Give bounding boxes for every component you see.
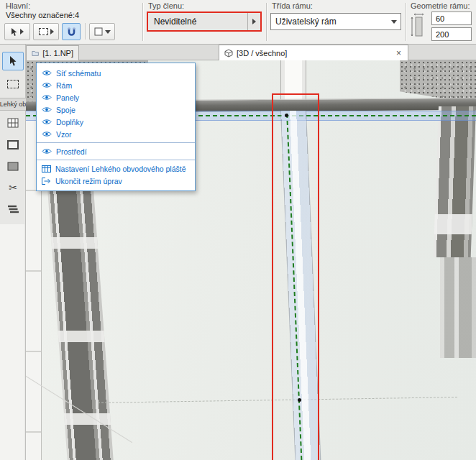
- layer-label: Vzor: [56, 130, 72, 139]
- layer-label: Spoje: [56, 106, 75, 114]
- toolbar-divider: [266, 3, 267, 41]
- layer-label: Prostředí: [56, 147, 87, 156]
- right-transom-band: [434, 214, 472, 234]
- cube-icon: [224, 49, 233, 58]
- frame-class-combobox[interactable]: Uživatelský rám: [270, 13, 401, 30]
- select-tool-button[interactable]: [2, 52, 24, 70]
- left-transom-band: [58, 331, 104, 342]
- panel-separator: [37, 160, 195, 160]
- magnet-icon: [66, 27, 77, 37]
- layer-toggle-item[interactable]: Vzor: [37, 128, 195, 140]
- settings-table-icon: [42, 165, 51, 172]
- scissors-icon: ✂: [9, 183, 17, 193]
- frame-depth-field[interactable]: [431, 27, 472, 41]
- layer-toggle-item[interactable]: Spoje: [37, 104, 195, 116]
- eye-icon: [42, 119, 52, 125]
- tab-3d-view[interactable]: [3D / všechno] ×: [219, 45, 408, 60]
- panel-tool-button[interactable]: [2, 157, 24, 175]
- magnet-toggle-button[interactable]: [62, 23, 81, 40]
- grid-icon: [7, 118, 19, 128]
- right-wall-lower: [440, 257, 476, 358]
- menu-item-label: Nastavení Lehkého obvodového pláště: [55, 165, 186, 173]
- flyout-arrow-icon: [20, 29, 24, 34]
- eye-icon: [42, 94, 52, 101]
- dropdown-arrow-icon: [105, 30, 111, 34]
- panel-shape-button[interactable]: [89, 23, 115, 40]
- layers-icon: [7, 204, 19, 214]
- cursor-icon: [11, 27, 18, 37]
- toolbar-divider: [142, 3, 143, 41]
- marquee-tool-button[interactable]: [2, 75, 24, 93]
- frame-geometry-label: Geometrie rámu:: [411, 1, 470, 10]
- flyout-arrow-icon: [252, 19, 256, 24]
- eye-icon: [42, 82, 52, 88]
- layer-toggle-item[interactable]: Prostředí: [37, 145, 195, 157]
- eye-icon: [42, 131, 52, 137]
- panel-item-exit[interactable]: Ukončit režim úprav: [37, 175, 195, 187]
- flyout-arrow-icon: [50, 29, 54, 34]
- layer-toggle-item[interactable]: Doplňky: [37, 116, 195, 128]
- scheme-grid-tool-button[interactable]: [2, 114, 24, 132]
- left-tool-palette: Lehký ob ✂: [0, 45, 26, 460]
- cursor-icon: [9, 55, 17, 67]
- frame-icon: [7, 140, 19, 150]
- marquee-tools-button[interactable]: [33, 23, 59, 40]
- eye-icon: [42, 70, 52, 76]
- folder-icon: [32, 50, 39, 57]
- palette-caption: Lehký ob: [0, 98, 26, 111]
- marquee-icon: [39, 28, 48, 35]
- layer-toggle-item[interactable]: Panely: [37, 91, 195, 104]
- square-icon: [94, 27, 103, 36]
- member-type-flyout[interactable]: [247, 13, 260, 30]
- menu-item-label: Ukončit režim úprav: [55, 177, 122, 185]
- panel-icon: [7, 162, 19, 171]
- left-transom-band: [51, 237, 98, 249]
- junction-tool-button[interactable]: ✂: [2, 178, 24, 197]
- panel-item-settings[interactable]: Nastavení Lehkého obvodového pláště: [37, 162, 195, 175]
- member-type-dropdown[interactable]: Neviditelné: [147, 12, 262, 32]
- right-wall-structure: [434, 106, 476, 257]
- tab-close-button[interactable]: ×: [395, 49, 403, 58]
- tab-floor-plan[interactable]: [1. 1.NP]: [26, 45, 79, 60]
- layer-label: Rám: [56, 81, 72, 90]
- curtain-wall-display-panel: Síť schématu Rám Panely Spoje Doplňky Vz…: [36, 63, 196, 191]
- panel-separator: [37, 142, 195, 143]
- frame-width-field[interactable]: [431, 12, 472, 25]
- selection-status: Všechny označené:4: [6, 11, 79, 19]
- layer-label: Doplňky: [56, 118, 83, 126]
- member-type-label: Typ členu:: [148, 1, 184, 10]
- top-toolbar: Hlavní: Všechny označené:4 Typ členu: Ne…: [0, 0, 476, 45]
- frame-section-icon: [409, 13, 428, 40]
- tab-bar: [1. 1.NP] [3D / všechno] ×: [26, 45, 476, 60]
- main-section-label: Hlavní:: [6, 1, 30, 10]
- exit-icon: [42, 178, 51, 185]
- layer-toggle-item[interactable]: Síť schématu: [37, 67, 195, 79]
- toolbar-divider: [406, 3, 406, 41]
- toolbar-divider: [85, 23, 86, 40]
- accessory-tool-button[interactable]: [2, 200, 24, 218]
- tab-label: [3D / všechno]: [237, 49, 287, 58]
- combobox-arrow[interactable]: [388, 20, 401, 24]
- member-type-value: Neviditelné: [148, 17, 247, 27]
- palette-empty-area: [0, 224, 24, 460]
- eye-icon: [42, 148, 52, 155]
- app-window: Hlavní: Všechny označené:4 Typ členu: Ne…: [0, 0, 476, 460]
- layer-label: Síť schématu: [56, 69, 101, 78]
- layer-label: Panely: [56, 93, 79, 102]
- select-tools-button[interactable]: [4, 23, 30, 40]
- layer-toggle-item[interactable]: Rám: [37, 79, 195, 91]
- tab-label: [1. 1.NP]: [42, 49, 73, 58]
- frame-tool-button[interactable]: [2, 135, 24, 154]
- frame-class-value: Uživatelský rám: [271, 17, 388, 27]
- marquee-icon: [7, 80, 19, 88]
- frame-class-label: Třída rámu:: [272, 1, 313, 10]
- selection-frame: [272, 93, 319, 460]
- dropdown-arrow-icon: [391, 20, 397, 24]
- eye-icon: [42, 106, 52, 113]
